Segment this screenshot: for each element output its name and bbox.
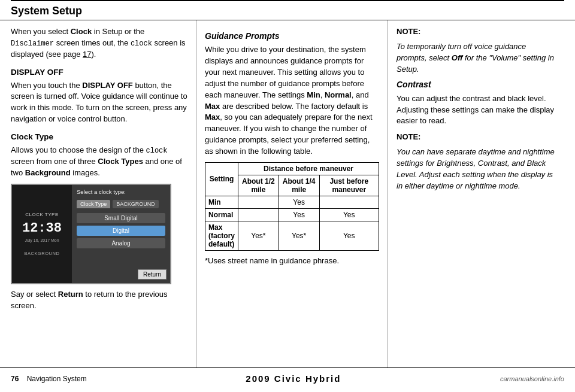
min-label: Min bbox=[205, 196, 238, 208]
main-content: When you select Clock in Setup or the Di… bbox=[0, 20, 575, 367]
clock-type-image: CLOCK TYPE 12:38 July 16, 2017 Mon BACKG… bbox=[11, 184, 171, 284]
intro-text: When you select Clock in Setup or the Di… bbox=[11, 26, 187, 60]
footer-center-text: 2009 Civic Hybrid bbox=[246, 373, 341, 384]
table-row-min: Min Yes bbox=[205, 196, 379, 208]
col-setting: Setting bbox=[205, 162, 238, 196]
clock-date-display: July 16, 2017 Mon bbox=[25, 238, 59, 242]
min-half bbox=[238, 196, 279, 208]
normal-half bbox=[238, 208, 279, 221]
max-quarter: Yes* bbox=[279, 221, 319, 250]
guidance-prompts-heading: Guidance Prompts bbox=[205, 30, 379, 42]
clock-tab-row: Clock Type BACKGROUND bbox=[77, 200, 165, 208]
clock-tabs: Select a clock type: bbox=[77, 189, 165, 197]
note1-body: To temporarily turn off voice guidance p… bbox=[397, 41, 556, 75]
return-instruction: Say or select Return to return to the pr… bbox=[11, 289, 187, 312]
clock-options-list: Small Digital Digital Analog bbox=[77, 213, 165, 248]
option-digital[interactable]: Digital bbox=[77, 226, 165, 236]
guidance-table: Setting Distance before maneuver About 1… bbox=[205, 162, 379, 251]
footer-left: 76 Navigation System bbox=[11, 375, 87, 383]
clock-preview: CLOCK TYPE 12:38 July 16, 2017 Mon BACKG… bbox=[12, 185, 72, 283]
page-number: 76 bbox=[11, 375, 19, 383]
col-half-mile: About 1/2 mile bbox=[238, 175, 279, 196]
col-quarter-mile: About 1/4 mile bbox=[279, 175, 319, 196]
note2-label: NOTE: bbox=[397, 132, 556, 143]
normal-label: Normal bbox=[205, 208, 238, 221]
return-button[interactable]: Return bbox=[138, 269, 167, 279]
page-title: System Setup bbox=[0, 1, 575, 20]
footer-right-text: carmanualsonline.info bbox=[500, 375, 564, 382]
page-link[interactable]: 17 bbox=[83, 50, 91, 59]
table-row-max: Max(factorydefault) Yes* Yes* Yes bbox=[205, 221, 379, 250]
clock-time-display: 12:38 bbox=[22, 221, 62, 236]
clock-type-heading: Clock Type bbox=[11, 131, 187, 143]
right-column: NOTE: To temporarily turn off voice guid… bbox=[388, 20, 556, 367]
max-half: Yes* bbox=[238, 221, 279, 250]
normal-quarter: Yes bbox=[279, 208, 319, 221]
table-footnote: *Uses street name in guidance phrase. bbox=[205, 256, 379, 267]
background-tab[interactable]: BACKGROUND bbox=[113, 200, 159, 208]
guidance-prompts-body: While you drive to your destination, the… bbox=[205, 44, 379, 157]
min-just bbox=[319, 196, 379, 208]
col-just-before: Just before maneuver bbox=[319, 175, 379, 196]
clock-type-body: Allows you to choose the design of the c… bbox=[11, 145, 187, 179]
max-just: Yes bbox=[319, 221, 379, 250]
clock-options-panel: Select a clock type: Clock Type BACKGROU… bbox=[72, 185, 170, 283]
min-quarter: Yes bbox=[279, 196, 319, 208]
mid-column: Guidance Prompts While you drive to your… bbox=[196, 20, 388, 367]
nav-system-label: Navigation System bbox=[27, 375, 87, 383]
max-label: Max(factorydefault) bbox=[205, 221, 238, 250]
display-off-body: When you touch the DISPLAY OFF button, t… bbox=[11, 80, 187, 125]
option-small-digital[interactable]: Small Digital bbox=[77, 213, 165, 223]
table-row-normal: Normal Yes Yes bbox=[205, 208, 379, 221]
col-distance: Distance before maneuver bbox=[238, 162, 379, 175]
left-column: When you select Clock in Setup or the Di… bbox=[11, 20, 196, 367]
clock-type-inner-label: CLOCK TYPE bbox=[25, 212, 59, 217]
option-analog[interactable]: Analog bbox=[77, 238, 165, 248]
note2-body: You can have separate daytime and nightt… bbox=[397, 147, 556, 192]
background-inner-label: BACKGROUND bbox=[25, 251, 60, 256]
display-off-heading: DISPLAY OFF bbox=[11, 66, 187, 78]
normal-just: Yes bbox=[319, 208, 379, 221]
footer: 76 Navigation System 2009 Civic Hybrid c… bbox=[0, 367, 575, 389]
contrast-heading: Contrast bbox=[397, 78, 556, 90]
select-clock-label: Select a clock type: bbox=[77, 189, 126, 195]
clock-type-tab[interactable]: Clock Type bbox=[77, 200, 110, 208]
contrast-body: You can adjust the contrast and black le… bbox=[397, 93, 556, 127]
note1-label: NOTE: bbox=[397, 26, 556, 38]
